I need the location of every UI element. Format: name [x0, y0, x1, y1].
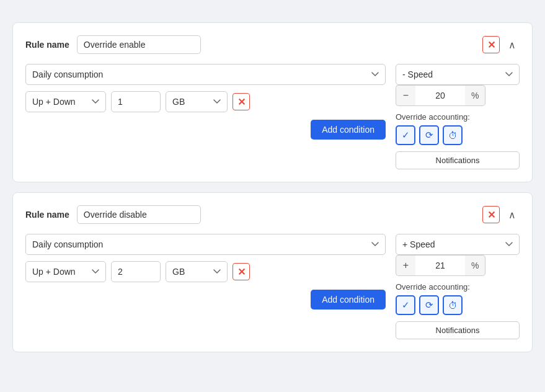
- override-refresh-button-2[interactable]: ⟳: [419, 295, 439, 315]
- override-icons-2: ✓ ⟳ ⏱: [396, 295, 520, 315]
- unit-select-2[interactable]: GBMBTB: [166, 261, 228, 282]
- consumption-select-2[interactable]: Daily consumptionMonthly consumptionWeek…: [25, 234, 386, 255]
- condition-row-1: Up + DownUploadDownload GBMBTB ✕: [25, 91, 386, 112]
- plus-icon: +: [403, 260, 409, 271]
- rule-body-1: Daily consumptionMonthly consumptionWeek…: [25, 64, 520, 169]
- add-condition-container-1: Add condition: [25, 120, 386, 140]
- chevron-up-icon: ∧: [508, 40, 516, 50]
- check-icon: ✓: [402, 300, 410, 311]
- close-icon: ✕: [487, 39, 495, 51]
- close-icon: ✕: [237, 266, 246, 278]
- delete-rule-button[interactable]: ✕: [482, 36, 500, 53]
- rule-header-1: Rule name ✕ ∧: [25, 35, 520, 54]
- right-panel-2: - Speed+ Speed= Speed + % Override accou…: [396, 234, 520, 339]
- collapse-rule-button[interactable]: ∧: [505, 208, 520, 222]
- notifications-button-1[interactable]: Notifications: [396, 151, 520, 169]
- direction-select-1[interactable]: Up + DownUploadDownload: [25, 91, 106, 112]
- clock-icon: ⏱: [448, 300, 458, 311]
- add-condition-button-2[interactable]: Add condition: [311, 290, 386, 310]
- rule-header-2: Rule name ✕ ∧: [25, 205, 520, 224]
- percent-label-2: %: [465, 255, 485, 276]
- minus-button-1[interactable]: −: [396, 85, 415, 106]
- amount-input-2[interactable]: [111, 261, 161, 282]
- speed-value-row-2: + %: [396, 255, 520, 276]
- override-refresh-button-1[interactable]: ⟳: [419, 125, 439, 145]
- speed-select-1[interactable]: - Speed+ Speed= Speed: [396, 64, 520, 85]
- delete-rule-button[interactable]: ✕: [482, 206, 500, 223]
- collapse-rule-button[interactable]: ∧: [505, 38, 520, 52]
- speed-input-1[interactable]: [415, 85, 465, 106]
- right-panel-1: - Speed+ Speed= Speed − % Override accou…: [396, 64, 520, 169]
- override-icons-1: ✓ ⟳ ⏱: [396, 125, 520, 145]
- chevron-up-icon: ∧: [508, 210, 516, 220]
- speed-input-2[interactable]: [415, 255, 465, 276]
- left-panel-2: Daily consumptionMonthly consumptionWeek…: [25, 234, 386, 339]
- rule-card-2: Rule name ✕ ∧ Daily consumptionMonthly c…: [12, 192, 533, 352]
- notifications-button-2[interactable]: Notifications: [396, 321, 520, 339]
- rule-body-2: Daily consumptionMonthly consumptionWeek…: [25, 234, 520, 339]
- rule-name-label: Rule name: [25, 40, 69, 50]
- direction-select-2[interactable]: Up + DownUploadDownload: [25, 261, 106, 282]
- remove-condition-button-1[interactable]: ✕: [233, 93, 250, 110]
- refresh-icon: ⟳: [425, 130, 433, 141]
- amount-input-1[interactable]: [111, 91, 161, 112]
- refresh-icon: ⟳: [425, 300, 433, 311]
- rule-name-row: Rule name: [25, 205, 201, 224]
- override-clock-button-2[interactable]: ⏱: [443, 295, 463, 315]
- minus-icon: −: [403, 90, 409, 101]
- override-check-button-2[interactable]: ✓: [396, 295, 415, 315]
- speed-select-2[interactable]: - Speed+ Speed= Speed: [396, 234, 520, 255]
- close-icon: ✕: [487, 209, 495, 221]
- override-label-2: Override accounting:: [396, 282, 520, 292]
- header-actions: ✕ ∧: [482, 206, 520, 223]
- header-actions: ✕ ∧: [482, 36, 520, 53]
- override-clock-button-1[interactable]: ⏱: [443, 125, 463, 145]
- percent-label-1: %: [465, 85, 485, 106]
- left-panel-1: Daily consumptionMonthly consumptionWeek…: [25, 64, 386, 169]
- consumption-select-1[interactable]: Daily consumptionMonthly consumptionWeek…: [25, 64, 386, 85]
- clock-icon: ⏱: [448, 130, 458, 141]
- rule-name-label: Rule name: [25, 210, 69, 220]
- rule-name-row: Rule name: [25, 35, 201, 54]
- remove-condition-button-2[interactable]: ✕: [233, 263, 250, 280]
- check-icon: ✓: [402, 130, 410, 141]
- rule-name-input[interactable]: [77, 205, 201, 224]
- plus-button-2[interactable]: +: [396, 255, 415, 276]
- condition-row-2: Up + DownUploadDownload GBMBTB ✕: [25, 261, 386, 282]
- add-condition-button-1[interactable]: Add condition: [311, 120, 386, 140]
- rule-card-1: Rule name ✕ ∧ Daily consumptionMonthly c…: [12, 22, 533, 182]
- add-condition-container-2: Add condition: [25, 290, 386, 310]
- override-label-1: Override accounting:: [396, 112, 520, 122]
- override-check-button-1[interactable]: ✓: [396, 125, 415, 145]
- rule-name-input[interactable]: [77, 35, 201, 54]
- speed-value-row-1: − %: [396, 85, 520, 106]
- unit-select-1[interactable]: GBMBTB: [166, 91, 228, 112]
- close-icon: ✕: [237, 96, 246, 108]
